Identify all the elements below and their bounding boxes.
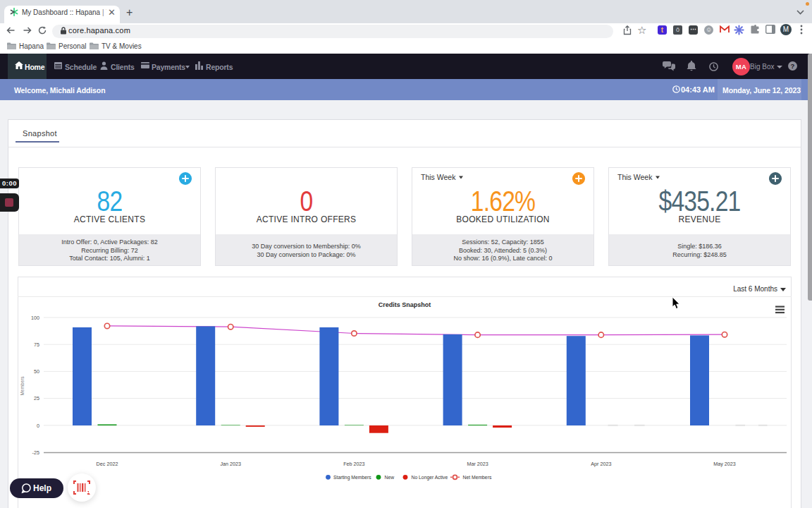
svg-text:Members: Members — [20, 376, 25, 396]
svg-text:Feb 2023: Feb 2023 — [343, 461, 364, 467]
svg-text:-25: -25 — [32, 449, 39, 456]
svg-text:Apr 2023: Apr 2023 — [591, 461, 611, 467]
svg-text:25: 25 — [34, 395, 39, 401]
svg-text:No Longer Active: No Longer Active — [412, 475, 448, 480]
svg-text:50: 50 — [34, 368, 39, 375]
svg-text:Net Members: Net Members — [463, 475, 492, 480]
svg-text:Mar 2023: Mar 2023 — [467, 461, 488, 467]
svg-text:May 2023: May 2023 — [713, 461, 736, 467]
svg-text:Jan 2023: Jan 2023 — [220, 461, 241, 467]
svg-text:Dec 2022: Dec 2022 — [97, 461, 118, 467]
svg-text:Starting Members: Starting Members — [333, 475, 371, 480]
svg-text:100: 100 — [31, 315, 39, 321]
svg-text:New: New — [385, 475, 395, 480]
svg-text:0: 0 — [37, 423, 39, 429]
svg-text:75: 75 — [34, 341, 39, 348]
